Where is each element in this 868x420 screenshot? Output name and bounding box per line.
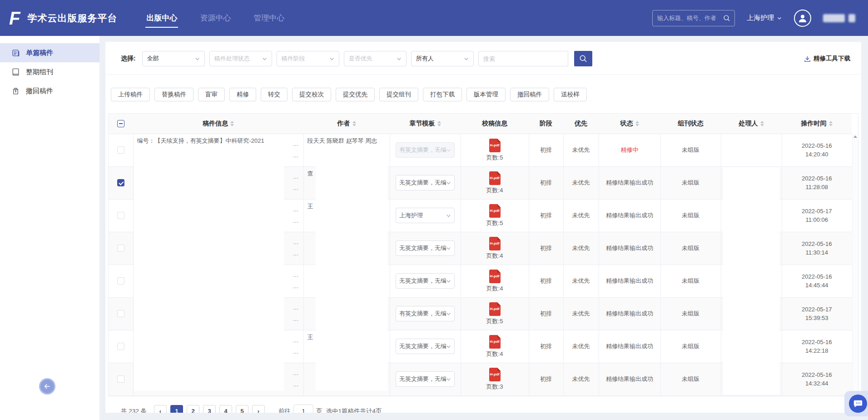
section-template-select[interactable]: 无英文摘要，无编 xyxy=(396,371,455,387)
scroll-up-icon[interactable] xyxy=(853,135,857,138)
sidebar-list: 单篇稿件整期组刊撤回稿件 xyxy=(0,36,99,100)
sidebar-item-整期组刊[interactable]: 整期组刊 xyxy=(0,62,99,81)
pdf-file-icon[interactable]: H-pdf xyxy=(489,270,501,283)
row-checkbox[interactable] xyxy=(117,343,124,350)
action-button-版本管理[interactable]: 版本管理 xyxy=(466,88,506,101)
org-switcher[interactable]: 上海护理 xyxy=(747,14,782,22)
action-button-送校样[interactable]: 送校样 xyxy=(554,88,587,101)
sort-caret-icon[interactable] xyxy=(635,121,639,126)
pdf-label: H-pdf xyxy=(490,241,500,245)
action-button-撤回稿件[interactable]: 撤回稿件 xyxy=(510,88,549,101)
pdf-file-icon[interactable]: H-pdf xyxy=(489,335,501,349)
page-button-1[interactable]: 1 xyxy=(170,405,183,413)
sort-caret-icon[interactable] xyxy=(829,121,833,126)
section-template-select[interactable]: 无英文摘要，无编 xyxy=(396,339,455,354)
sort-caret-icon[interactable] xyxy=(760,121,764,126)
column-header-处理人[interactable]: 处理人 xyxy=(721,114,782,134)
search-button[interactable] xyxy=(574,51,592,66)
stage-cell: 初排 xyxy=(529,166,563,199)
customer-service-button[interactable] xyxy=(844,391,868,416)
chevron-down-icon xyxy=(446,246,451,251)
operation-date: 2022-05-17 xyxy=(782,207,852,215)
action-button-提交校次[interactable]: 提交校次 xyxy=(292,88,331,101)
pdf-file-icon[interactable]: H-pdf xyxy=(489,302,501,316)
row-select-cell xyxy=(109,134,133,166)
column-header-稿件信息[interactable]: 稿件信息 xyxy=(133,114,303,134)
action-button-盲审[interactable]: 盲审 xyxy=(198,88,225,101)
row-checkbox[interactable] xyxy=(117,146,124,154)
page-button-3[interactable]: 3 xyxy=(203,405,216,413)
chevron-down-icon xyxy=(446,279,451,284)
chevron-down-icon xyxy=(446,344,451,349)
section-template-select[interactable]: 上海护理 xyxy=(396,208,455,223)
chevron-down-icon xyxy=(446,311,451,316)
action-button-转交[interactable]: 转交 xyxy=(261,88,288,101)
page-button-5[interactable]: 5 xyxy=(236,405,248,413)
refine-tool-download-link[interactable]: 精修工具下载 xyxy=(804,55,850,63)
manuscript-info-text: 编号：【天续支持，有英文摘要】中科研究-2021 xyxy=(137,136,300,145)
collapse-back-button[interactable] xyxy=(39,378,55,395)
next-page-button[interactable]: › xyxy=(252,405,265,413)
sort-caret-icon[interactable] xyxy=(230,121,234,126)
action-button-提交组刊[interactable]: 提交组刊 xyxy=(379,88,418,101)
section-template-select[interactable]: 无英文摘要，无编 xyxy=(396,273,455,289)
filter-select-0[interactable]: 全部 xyxy=(142,51,205,66)
column-header-状态[interactable]: 状态 xyxy=(599,114,660,134)
status-cell: 精修结果输出成功 xyxy=(599,265,660,297)
action-button-打包下载[interactable]: 打包下载 xyxy=(423,88,462,101)
column-header-章节模板[interactable]: 章节模板 xyxy=(390,114,461,134)
nav-item-出版中心[interactable]: 出版中心 xyxy=(145,9,178,27)
sort-caret-icon[interactable] xyxy=(437,121,441,126)
filter-select-3[interactable]: 是否优先 xyxy=(344,51,407,66)
pdf-file-icon[interactable]: H-pdf xyxy=(489,171,501,185)
filter-select-4[interactable]: 所有人 xyxy=(411,51,474,66)
section-template-select[interactable]: 有英文摘要，无编 xyxy=(396,142,455,158)
row-checkbox[interactable] xyxy=(117,212,124,219)
pdf-file-icon[interactable]: H-pdf xyxy=(489,139,501,152)
journal-icon xyxy=(11,68,20,76)
author-text: 段天天 陈晓群 赵琴琴 周志 xyxy=(308,136,386,145)
section-template-select[interactable]: 有英文摘要，无编 xyxy=(396,306,455,321)
action-button-精修[interactable]: 精修 xyxy=(229,88,256,101)
sort-caret-icon[interactable] xyxy=(352,121,356,126)
nav-item-管理中心[interactable]: 管理中心 xyxy=(253,9,285,27)
user-avatar[interactable] xyxy=(794,10,811,27)
row-checkbox[interactable] xyxy=(117,375,124,383)
filter-select-2[interactable]: 稿件阶段 xyxy=(277,51,339,66)
global-search-input[interactable] xyxy=(657,15,723,21)
prev-page-button[interactable]: ‹ xyxy=(154,405,167,413)
row-checkbox[interactable] xyxy=(117,245,124,252)
template-cell: 上海护理 xyxy=(390,199,461,232)
issue-status-cell: 未组版 xyxy=(660,232,721,265)
row-select-cell xyxy=(109,297,133,330)
action-button-替换稿件[interactable]: 替换稿件 xyxy=(154,88,193,101)
column-header-作者[interactable]: 作者 xyxy=(303,114,390,134)
section-template-select[interactable]: 无英文摘要，无编 xyxy=(396,175,455,190)
status-cell: 精修结果输出成功 xyxy=(599,232,660,265)
operation-time-cell: 2022-05-1614:32:44 xyxy=(782,363,852,395)
status-cell: 精修结果输出成功 xyxy=(599,330,660,363)
sidebar-item-单篇稿件[interactable]: 单篇稿件 xyxy=(0,43,99,62)
page-button-4[interactable]: 4 xyxy=(219,405,232,413)
pdf-file-icon[interactable]: H-pdf xyxy=(489,204,501,218)
sidebar-item-撤回稿件[interactable]: 撤回稿件 xyxy=(0,81,99,100)
nav-item-资源中心[interactable]: 资源中心 xyxy=(199,9,232,27)
action-button-上传稿件[interactable]: 上传稿件 xyxy=(111,88,150,101)
pdf-file-icon[interactable]: H-pdf xyxy=(489,237,501,250)
row-checkbox[interactable] xyxy=(117,179,124,186)
row-checkbox[interactable] xyxy=(117,310,124,317)
select-all-checkbox[interactable] xyxy=(117,120,124,127)
keyword-search-input[interactable] xyxy=(478,51,568,66)
row-checkbox[interactable] xyxy=(117,277,124,285)
action-button-提交优先[interactable]: 提交优先 xyxy=(336,88,375,101)
table-scrollbar[interactable] xyxy=(852,134,858,395)
header-select-all-cell xyxy=(109,114,133,134)
section-template-select[interactable]: 无英文摘要，无编 xyxy=(396,240,455,256)
goto-page-input[interactable] xyxy=(293,405,313,413)
global-search[interactable] xyxy=(652,10,735,26)
pdf-file-icon[interactable]: H-pdf xyxy=(489,368,501,381)
issue-status-cell: 未组版 xyxy=(660,330,721,363)
column-header-操作时间[interactable]: 操作时间 xyxy=(782,114,852,134)
filter-select-1[interactable]: 稿件处理状态 xyxy=(209,51,272,66)
page-button-2[interactable]: 2 xyxy=(187,405,199,413)
